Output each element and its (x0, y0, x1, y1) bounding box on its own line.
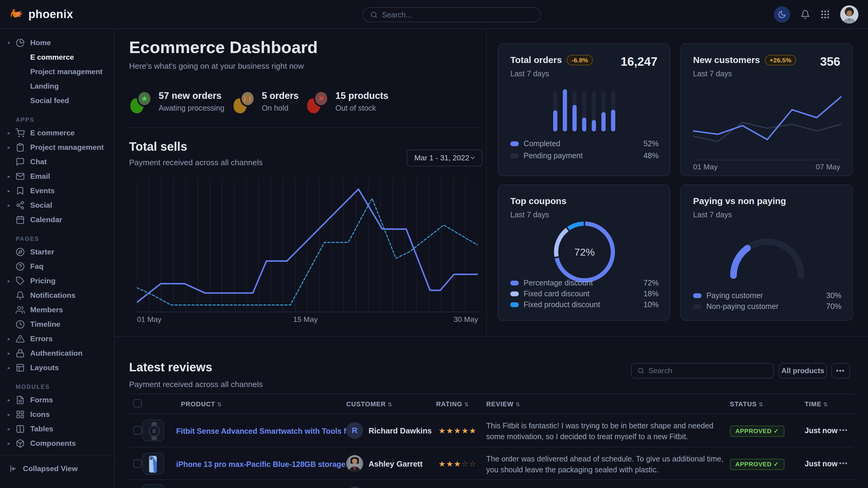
chat-icon (16, 157, 25, 166)
sidebar-item-email[interactable]: ▸Email (0, 169, 114, 184)
product-thumbnail-iphone[interactable] (142, 453, 164, 475)
product-link[interactable]: iPhone 13 pro max-Pacific Blue-128GB sto… (176, 460, 345, 469)
search-input[interactable]: Search... (363, 7, 541, 22)
sidebar-subitem-project-management[interactable]: Project management (0, 65, 114, 79)
row-menu-button[interactable]: ••• (839, 426, 848, 434)
total-orders-card: Total orders -6.8% 16,247 Last 7 days Co… (498, 43, 670, 176)
row-menu-button[interactable]: ••• (839, 459, 848, 467)
sidebar-section-apps: APPS (16, 116, 114, 123)
sidebar-item-layouts[interactable]: ▸Layouts (0, 360, 114, 375)
review-time: Just now (805, 459, 838, 468)
col-product[interactable]: PRODUCT⇅ (181, 400, 222, 408)
sidebar-item-icons[interactable]: ▸Icons (0, 407, 114, 422)
sidebar-item-notifications[interactable]: ▸Notifications (0, 288, 114, 303)
legend-completed: Completed 52% (510, 139, 659, 148)
sidebar-item-errors[interactable]: ▸Errors (0, 331, 114, 346)
review-text: The order was delivered ahead of schedul… (486, 453, 726, 475)
customer-avatar-letter[interactable]: R (346, 422, 363, 439)
collapse-left-icon (9, 464, 18, 473)
total-orders-value: 16,247 (621, 55, 657, 68)
calendar-icon (16, 215, 25, 224)
sidebar-item-starter[interactable]: ▸Starter (0, 245, 114, 259)
sidebar-item-faq[interactable]: ▸Faq (0, 259, 114, 274)
sidebar-item-social[interactable]: ▸Social (0, 198, 114, 213)
topbar: phoenix Search... (0, 0, 868, 29)
columns-icon (16, 424, 25, 433)
customer-avatar-photo[interactable] (346, 455, 363, 472)
brand[interactable]: phoenix (0, 7, 73, 21)
sidebar-item-calendar[interactable]: ▸Calendar (0, 213, 114, 227)
product-thumbnail[interactable] (142, 484, 164, 488)
legend-fixed-product-discount: Fixed product discount 10% (510, 300, 659, 309)
stat-orders-on-hold: ❙❙ 5 orders On hold (234, 90, 299, 113)
product-thumbnail-smartwatch[interactable] (142, 420, 164, 441)
axis-label: 01 May (137, 315, 161, 324)
sidebar-subitem-ecommerce[interactable]: E commerce (0, 50, 114, 65)
sidebar-item-timeline[interactable]: ▸Timeline (0, 317, 114, 331)
apps-menu-button[interactable] (820, 10, 830, 19)
axis-label: 30 May (454, 315, 478, 324)
sidebar-item-events[interactable]: ▸Events (0, 184, 114, 198)
legend-paying: Paying customer 30% (693, 291, 841, 300)
total-sells-subtitle: Payment received across all channels (129, 158, 263, 167)
review-time: Just now (805, 426, 838, 435)
avatar-photo (840, 5, 858, 24)
customer-photo (346, 455, 363, 472)
notifications-button[interactable] (801, 10, 810, 19)
col-time[interactable]: TIME⇅ (805, 400, 828, 408)
more-options-button[interactable]: ••• (831, 363, 850, 379)
row-checkbox[interactable] (133, 426, 142, 435)
brand-name: phoenix (28, 8, 73, 21)
product-link[interactable]: Fitbit Sense Advanced Smartwatch with To… (176, 427, 357, 435)
sidebar-item-authentication[interactable]: ▸Authentication (0, 346, 114, 360)
reviews-search-input[interactable]: Search (631, 363, 774, 379)
status-badge: APPROVED ✓ (730, 424, 784, 437)
sidebar-item-tables[interactable]: ▸Tables (0, 422, 114, 436)
page-subtitle: Here's what's going on at your business … (129, 62, 304, 71)
sells-axis (137, 312, 478, 312)
review-text: This Fitbit is fantastic! I was trying t… (486, 420, 726, 442)
phoenix-logo-icon (10, 7, 24, 21)
sidebar-item-forms[interactable]: ▸Forms (0, 393, 114, 407)
file-text-icon (16, 395, 25, 404)
date-range-select[interactable]: Mar 1 - 31, 2022 (407, 150, 483, 166)
sidebar-item-project-management[interactable]: ▸Project management (0, 140, 114, 155)
row-checkbox[interactable] (133, 459, 142, 468)
customers-line-chart (693, 90, 841, 156)
sidebar-item-chat[interactable]: ▸Chat (0, 155, 114, 169)
lock-icon (16, 349, 25, 358)
col-customer[interactable]: CUSTOMER⇅ (346, 400, 392, 408)
stat-out-of-stock: ✕ 15 products Out of stock (307, 90, 389, 113)
sidebar-subitem-landing[interactable]: Landing (0, 79, 114, 93)
new-orders-icon: ★ (130, 90, 152, 113)
sidebar-item-members[interactable]: ▸Members (0, 303, 114, 317)
col-review[interactable]: REVIEW⇅ (486, 400, 520, 408)
col-status[interactable]: STATUS⇅ (730, 400, 763, 408)
theme-toggle-button[interactable] (774, 6, 790, 23)
sidebar-item-home[interactable]: ▾ Home (0, 36, 114, 50)
help-circle-icon (16, 262, 25, 271)
col-rating[interactable]: RATING⇅ (436, 400, 469, 408)
out-of-stock-icon: ✕ (307, 90, 329, 113)
layout-icon (16, 363, 25, 372)
customer-avatar[interactable] (346, 487, 363, 488)
search-icon (370, 11, 378, 19)
pie-chart-icon (16, 38, 25, 47)
select-all-checkbox[interactable] (133, 399, 142, 408)
sidebar-subitem-social-feed[interactable]: Social feed (0, 93, 114, 108)
shopping-cart-icon (16, 128, 25, 137)
total-sells-title: Total sells (129, 140, 187, 154)
user-avatar[interactable] (840, 5, 858, 24)
sidebar-item-ecommerce[interactable]: ▸E commerce (0, 126, 114, 140)
paying-gauge-chart (725, 233, 809, 279)
collapsed-view-button[interactable]: Collapsed View (0, 455, 114, 482)
all-products-button[interactable]: All products (779, 363, 827, 379)
latest-reviews-title: Latest reviews (129, 360, 212, 374)
sidebar-item-pricing[interactable]: ▸Pricing (0, 274, 114, 288)
new-customers-badge: +26.5% (765, 55, 796, 65)
total-sells-chart (137, 178, 478, 312)
customer-name: Ashley Garrett (369, 459, 423, 469)
sidebar-item-components[interactable]: ▸Components (0, 436, 114, 451)
axis-label: 15 May (293, 315, 318, 324)
stats-divider (129, 127, 478, 128)
